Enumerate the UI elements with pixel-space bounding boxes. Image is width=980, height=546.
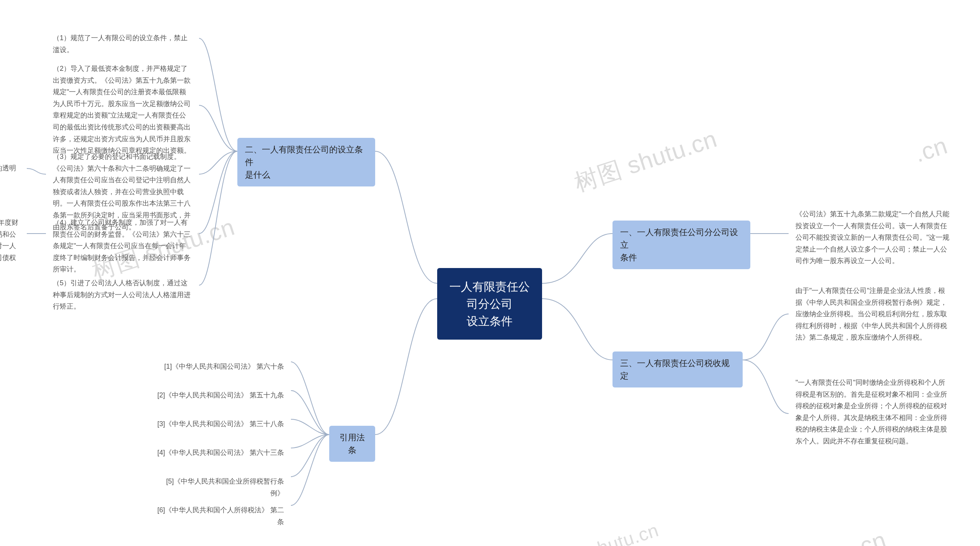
branch-left-2-label: 二、一人有限责任公司的设立条件 是什么 <box>245 145 363 180</box>
root-title-line1: 一人有限责任公司分公司 <box>449 278 530 312</box>
ref-item-2: [2]《中华人民共和国公司法》 第五十九条 <box>149 384 291 407</box>
branch2-leaf4: （4）建立了公司财务制度，加强了对一人有限责任公司的财务监督。《公司法》第六十三… <box>46 211 199 281</box>
ref-item-4: [4]《中华人民共和国公司法》 第六十三条 <box>149 441 291 464</box>
watermark: .cn <box>850 526 889 546</box>
branch2-leaf5: （5）引进了公司法人人格否认制度，通过这种事后规制的方式对一人公司法人人格滥用进… <box>46 272 199 318</box>
branch-right-3-leaf2: "一人有限责任公司"同时缴纳企业所得税和个人所得税是有区别的。首先是征税对象不相… <box>789 371 957 453</box>
branch2-leaf4-extra: "这一规定可以及时了解一人公司的年度财务状况，防止一人公司进行自我交易和公司财产… <box>0 211 27 281</box>
mindmap-canvas: 树图 shutu.cn 树图 shutu.cn .cn .cn , shutu.… <box>0 0 980 546</box>
watermark: .cn <box>911 132 951 168</box>
branch-right-1-label: 一、一人有限责任公司分公司设立 条件 <box>620 227 738 262</box>
root-node[interactable]: 一人有限责任公司分公司 设立条件 <box>437 268 542 340</box>
branch-refs-label: 引用法条 <box>340 433 365 455</box>
watermark: shutu.cn <box>586 519 661 546</box>
ref-item-3: [3]《中华人民共和国公司法》 第三十八条 <box>149 413 291 435</box>
branch2-leaf3-extra: 这一规定提高了一人有限责任公司的透明度，有利于债权人对其进行监督。 <box>0 157 27 191</box>
ref-item-6: [6]《中华人民共和国个人所得税法》 第二条 <box>149 499 291 533</box>
branch-left-2[interactable]: 二、一人有限责任公司的设立条件 是什么 <box>237 138 375 186</box>
branch-right-1[interactable]: 一、一人有限责任公司分公司设立 条件 <box>612 221 750 269</box>
watermark: 树图 shutu.cn <box>570 123 721 199</box>
root-title-line2: 设立条件 <box>449 312 530 330</box>
branch-right-3-leaf1: 由于"一人有限责任公司"注册是企业法人性质，根据《中华人民共和国企业所得税暂行条… <box>789 280 957 349</box>
branch-refs[interactable]: 引用法条 <box>329 426 375 462</box>
ref-item-1: [1]《中华人民共和国公司法》 第六十条 <box>149 355 291 378</box>
branch-right-3-label: 三、一人有限责任公司税收规定 <box>620 358 730 381</box>
branch-right-1-leaf: 《公司法》第五十九条第二款规定"一个自然人只能投资设立一个一人有限责任公司。该一… <box>789 203 957 272</box>
branch-right-3[interactable]: 三、一人有限责任公司税收规定 <box>612 351 743 387</box>
branch2-leaf1: （1）规范了一人有限公司的设立条件，禁止滥设。 <box>46 27 199 61</box>
